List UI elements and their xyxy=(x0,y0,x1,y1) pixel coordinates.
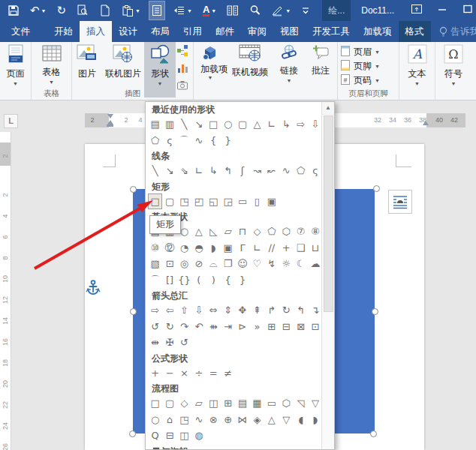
teardrop-shape[interactable]: ◗ xyxy=(206,240,221,256)
manual-input-shape[interactable]: ◹ xyxy=(294,395,308,412)
maximize-icon[interactable] xyxy=(461,3,474,18)
cross-shape[interactable]: + xyxy=(279,240,294,256)
right-arrow-callout-shape[interactable]: ⊞ xyxy=(264,319,279,335)
isosceles-triangle-shape[interactable]: △ xyxy=(250,116,264,133)
diamond-shape[interactable]: ◇ xyxy=(250,224,264,240)
picture-frame-shape[interactable]: ⊡ xyxy=(162,256,176,272)
snip-single-corner-rectangle-shape[interactable]: ◳ xyxy=(177,194,191,210)
left-indent-marker[interactable] xyxy=(107,124,113,127)
first-line-indent-marker[interactable] xyxy=(107,114,113,118)
right-arrow-shape[interactable]: ⇨ xyxy=(294,116,308,133)
addins-button[interactable]: 加载项 ▼ xyxy=(194,42,227,98)
tab-1[interactable]: 开始 xyxy=(47,21,80,42)
decagon-shape[interactable]: ⑩ xyxy=(148,240,162,256)
elbow-connector-shape[interactable]: ∟ xyxy=(191,163,206,179)
summing-junction-shape[interactable]: ⊗ xyxy=(206,412,221,428)
terminator-shape[interactable]: ▭ xyxy=(264,395,279,412)
customize-qat-icon[interactable] xyxy=(300,2,312,20)
tab-stop-selector[interactable]: L xyxy=(4,114,18,128)
data-shape[interactable]: ▱ xyxy=(191,395,206,412)
pentagon-arrow-shape[interactable]: ⊳ xyxy=(235,319,249,335)
header-button[interactable]: 页眉▼ xyxy=(338,45,383,59)
collate-shape[interactable]: ⋈ xyxy=(235,412,249,428)
ribbon-display-options-icon[interactable] xyxy=(410,3,423,18)
links-button[interactable]: 链接 ▼ xyxy=(273,42,305,98)
redo-icon[interactable]: ↻ xyxy=(56,2,68,20)
multiply-shape[interactable]: × xyxy=(177,365,191,382)
curved-arrow-connector-shape[interactable]: ↝ xyxy=(250,163,264,179)
manual-operation-shape[interactable]: ▽ xyxy=(308,395,322,412)
tab-7[interactable]: 审阅 xyxy=(241,21,273,42)
text-box-shape[interactable]: ▤ xyxy=(148,116,162,133)
elbow-double-arrow-connector-shape[interactable]: ↰ xyxy=(221,163,235,179)
octagon-shape[interactable]: ⑧ xyxy=(308,224,322,240)
alternate-process-shape[interactable]: ▢ xyxy=(162,395,176,412)
snip-and-round-single-corner-rectangle-shape[interactable]: ◲ xyxy=(221,194,235,210)
right-brace-shape[interactable]: } xyxy=(235,272,249,289)
paste-icon[interactable]: ▼ xyxy=(120,2,142,20)
isosceles-triangle-shape[interactable]: △ xyxy=(191,224,206,240)
or-shape[interactable]: ⊕ xyxy=(221,412,235,428)
new-document-icon[interactable] xyxy=(98,2,113,20)
online-video-button[interactable]: 联机视频 xyxy=(227,42,273,98)
arrow-shape[interactable]: ↘ xyxy=(162,163,176,179)
rounded-rectangle-shape[interactable]: ▢ xyxy=(235,116,249,133)
elbow-connector-shape[interactable]: ∟ xyxy=(264,116,279,133)
double-arrow-shape[interactable]: ⇘ xyxy=(177,163,191,179)
curved-down-arrow-shape[interactable]: ↷ xyxy=(177,319,191,335)
selection-handle[interactable] xyxy=(130,308,137,315)
circular-arrow-shape[interactable]: ↺ xyxy=(177,334,191,351)
selection-handle[interactable] xyxy=(129,430,136,437)
line-shape[interactable]: ╲ xyxy=(148,163,162,179)
elbow-arrow-connector-shape[interactable]: ↳ xyxy=(206,163,221,179)
regular-pentagon-shape[interactable]: ⬠ xyxy=(264,224,279,240)
selection-handle[interactable] xyxy=(372,308,378,315)
minimize-icon[interactable] xyxy=(435,3,449,18)
left-right-arrow-callout-shape[interactable]: ⇹ xyxy=(148,334,162,351)
plaque-shape[interactable]: ❑ xyxy=(294,240,308,256)
half-frame-shape[interactable]: Γ xyxy=(235,240,249,256)
lightning-bolt-shape[interactable]: ↯ xyxy=(264,256,279,272)
frame-shape[interactable]: ▣ xyxy=(221,240,235,256)
round-same-side-corner-rectangle-shape[interactable]: ▯ xyxy=(250,194,264,210)
right-indent-marker[interactable] xyxy=(423,121,429,125)
curved-left-arrow-shape[interactable]: ↺ xyxy=(148,319,162,335)
sort-shape[interactable]: ◈ xyxy=(250,412,264,428)
pie-shape[interactable]: ◔ xyxy=(177,240,191,256)
heart-shape[interactable]: ♡ xyxy=(250,256,264,272)
left-brace-shape[interactable]: { xyxy=(206,133,221,149)
quad-arrow-shape[interactable]: ✥ xyxy=(235,302,249,319)
tell-me-box[interactable]: 告诉我... xyxy=(438,21,476,42)
font-color-icon[interactable]: A▼ xyxy=(201,2,218,20)
right-arrow-shape[interactable]: ⇨ xyxy=(148,302,162,319)
tab-6[interactable]: 邮件 xyxy=(209,21,241,42)
round-diagonal-corner-rectangle-shape[interactable]: ▣ xyxy=(264,194,279,210)
search-icon[interactable] xyxy=(248,2,263,20)
tab-2[interactable]: 插入 xyxy=(80,21,112,42)
card-shape[interactable]: ◳ xyxy=(177,412,191,428)
left-arrow-shape[interactable]: ⇦ xyxy=(162,302,176,319)
tab-4[interactable]: 布局 xyxy=(144,21,176,42)
selection-handle[interactable] xyxy=(373,185,380,192)
curved-connector-shape[interactable]: ʃ xyxy=(235,163,249,179)
freeform-shape[interactable]: ⬠ xyxy=(148,133,162,149)
text-button[interactable]: A 文本 ▼ xyxy=(399,42,435,98)
tab-3[interactable]: 设计 xyxy=(112,21,144,42)
quad-arrow-callout-shape[interactable]: ✠ xyxy=(162,334,176,351)
can-shape[interactable]: ⊔ xyxy=(308,240,322,256)
double-brace-shape[interactable]: {} xyxy=(177,272,191,289)
down-arrow-callout-shape[interactable]: ⊟ xyxy=(279,319,294,335)
not-equal-shape[interactable]: ≠ xyxy=(221,365,235,382)
direct-access-storage-shape[interactable]: ◫ xyxy=(177,428,191,444)
sun-shape[interactable]: ☼ xyxy=(279,256,294,272)
merge-shape[interactable]: ▽ xyxy=(279,412,294,428)
division-shape[interactable]: ÷ xyxy=(191,365,206,382)
symbol-button[interactable]: Ω 符号 ▼ xyxy=(435,42,471,98)
chevron-arrow-shape[interactable]: » xyxy=(250,319,264,335)
rectangle-shape[interactable]: □ xyxy=(206,116,221,133)
chart-icon[interactable] xyxy=(177,62,188,76)
down-arrow-shape[interactable]: ⇩ xyxy=(308,116,322,133)
oval-shape[interactable]: ○ xyxy=(221,116,235,133)
freeform-shape[interactable]: ⬠ xyxy=(294,163,308,179)
tab-5[interactable]: 引用 xyxy=(176,21,209,42)
